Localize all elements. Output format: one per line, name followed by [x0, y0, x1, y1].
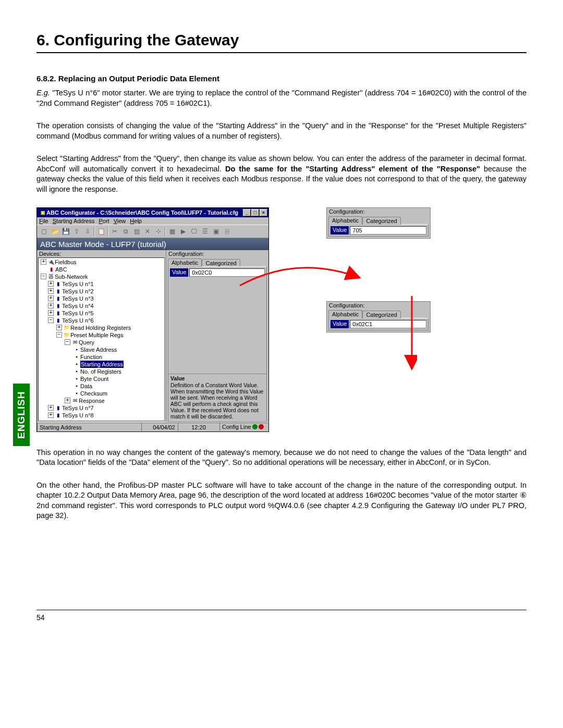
- paragraph-example: E.g. "TeSys U n°6" motor starter. We are…: [36, 88, 527, 108]
- paragraph-2: The operation consists of changing the v…: [36, 121, 527, 141]
- status-time: 12:20: [178, 423, 219, 431]
- tree-tesys-5[interactable]: +▮TeSys U n°5: [40, 310, 164, 317]
- tree-tesys-8[interactable]: +▮TeSys U n°8: [40, 412, 164, 419]
- tree-function[interactable]: ▪Function: [40, 353, 164, 361]
- close-button[interactable]: ×: [260, 209, 267, 216]
- device-tree[interactable]: +🔌Fieldbus ▮ABC −器Sub-Network +▮TeSys U …: [38, 257, 165, 421]
- tree-tesys-3[interactable]: +▮TeSys U n°3: [40, 295, 164, 302]
- status-config-line: Config Line: [219, 423, 268, 431]
- status-left: Starting Address: [37, 423, 141, 431]
- tree-slave-address[interactable]: ▪Slave Address: [40, 346, 164, 353]
- menu-help[interactable]: Help: [130, 218, 142, 224]
- tree-abc[interactable]: ▮ABC: [40, 266, 164, 273]
- tree-tesys-6[interactable]: −▮TeSys U n°6: [40, 317, 164, 324]
- cut-icon[interactable]: ✂: [109, 226, 120, 237]
- tree-tesys-2[interactable]: +▮TeSys U n°2: [40, 288, 164, 295]
- description-box: Value Definition of a Constant Word Valu…: [168, 374, 266, 422]
- tree-starting-address[interactable]: ▪Starting Address: [40, 361, 164, 368]
- paste-icon[interactable]: 📋: [96, 226, 106, 237]
- monitor-icon[interactable]: 🖵: [189, 226, 199, 237]
- tree-tesys-7[interactable]: +▮TeSys U n°7: [40, 404, 164, 412]
- p3b: Do the same for the "Starting Address" e…: [225, 165, 480, 173]
- tree-preset-multiple[interactable]: −📁Preset Multiple Regs: [40, 331, 164, 339]
- download-icon[interactable]: ⇩: [82, 226, 93, 237]
- delete-icon[interactable]: ✕: [142, 226, 153, 237]
- status-date: 04/04/02: [141, 423, 178, 431]
- panels: Devices: +🔌Fieldbus ▮ABC −器Sub-Network +…: [37, 250, 268, 422]
- play-icon[interactable]: ▶: [178, 226, 188, 237]
- tree-checksum[interactable]: ▪Checksum: [40, 390, 164, 397]
- paste2-icon[interactable]: ▤: [131, 226, 142, 237]
- screenshot-row: ▣ ABC Configurator - C:\Schneider\ABC Co…: [36, 207, 527, 432]
- window-icon[interactable]: ▣: [211, 226, 221, 237]
- paragraph-3: Select "Starting Address" from the "Quer…: [36, 154, 527, 194]
- mini-config-label-2: Configuration:: [327, 302, 430, 309]
- mini-tab-alphabetic-2[interactable]: Alphabetic: [328, 310, 362, 318]
- toolbar-separator: [107, 226, 108, 237]
- mini-tab-categorized-2[interactable]: Categorized: [362, 311, 400, 318]
- mini-value-label-2: Value: [331, 320, 349, 328]
- status-dot-red-icon: [259, 424, 264, 429]
- open-icon[interactable]: 📂: [50, 226, 60, 237]
- toolbar-separator: [165, 226, 166, 237]
- eg-label: E.g.: [36, 89, 50, 97]
- save-icon[interactable]: 💾: [60, 226, 71, 237]
- mini-value-label: Value: [331, 226, 349, 235]
- status-dot-green-icon: [252, 424, 258, 429]
- eg-text: "TeSys U n°6" motor starter. We are tryi…: [36, 89, 527, 107]
- mini-value-input[interactable]: 705: [350, 226, 426, 235]
- mini-value-input-2[interactable]: 0x02C1: [350, 320, 426, 328]
- tab-alphabetic[interactable]: Alphabetic: [168, 258, 202, 267]
- menubar: File Starting Address Port View Help: [37, 217, 268, 225]
- section-title: 6.8.2. Replacing an Output Periodic Data…: [36, 74, 527, 83]
- mini-panel-bottom: Configuration: Alphabetic Categorized Va…: [326, 301, 431, 332]
- tree-query[interactable]: −✉Query: [40, 339, 164, 346]
- page-footer: 54: [36, 610, 527, 622]
- desc-body: Definition of a Constant Word Value. Whe…: [170, 382, 264, 419]
- menu-port[interactable]: Port: [99, 218, 109, 224]
- titlebar: ▣ ABC Configurator - C:\Schneider\ABC Co…: [37, 208, 268, 217]
- mini-tab-categorized[interactable]: Categorized: [362, 217, 400, 225]
- mini-config-label: Configuration:: [327, 208, 430, 215]
- toolbar: ▢ 📂 💾 ⇧ ⇩ 📋 ✂ ⧉ ▤ ✕ ⊹ ▦ ▶ 🖵 ☰ ▣ ⌸: [37, 225, 268, 238]
- tree-subnetwork[interactable]: −器Sub-Network: [40, 273, 164, 280]
- value-label: Value: [170, 268, 188, 277]
- chapter-title: 6. Configuring the Gateway: [36, 31, 527, 53]
- tree-tesys-1[interactable]: +▮TeSys U n°1: [40, 280, 164, 288]
- tree-read-holding[interactable]: +📁Read Holding Registers: [40, 324, 164, 331]
- config-panel: Configuration: Alphabetic Categorized Va…: [166, 250, 268, 422]
- devices-panel: Devices: +🔌Fieldbus ▮ABC −器Sub-Network +…: [37, 250, 166, 422]
- tab-categorized[interactable]: Categorized: [202, 259, 240, 267]
- page-number: 54: [36, 613, 45, 622]
- property-area: Value 0x02C0 Value Definition of a Const…: [168, 266, 267, 422]
- mini-panel-top: Configuration: Alphabetic Categorized Va…: [326, 207, 431, 239]
- props-icon[interactable]: ▦: [167, 226, 177, 237]
- mini-tab-alphabetic[interactable]: Alphabetic: [328, 216, 362, 225]
- disk-icon[interactable]: ⌸: [222, 226, 232, 237]
- tree-icon[interactable]: ⊹: [153, 226, 164, 237]
- tree-no-registers[interactable]: ▪No. of Registers: [40, 368, 164, 375]
- menu-view[interactable]: View: [114, 218, 126, 224]
- tree-data[interactable]: ▪Data: [40, 382, 164, 390]
- tree-tesys-4[interactable]: +▮TeSys U n°4: [40, 302, 164, 310]
- menu-file[interactable]: File: [39, 218, 48, 224]
- side-config-panels: Configuration: Alphabetic Categorized Va…: [326, 207, 431, 332]
- minimize-button[interactable]: _: [243, 209, 251, 216]
- paragraph-4: This operation in no way changes the con…: [36, 448, 527, 468]
- window-title: ABC Configurator - C:\Schneider\ABC Conf…: [46, 209, 242, 216]
- app-window: ▣ ABC Configurator - C:\Schneider\ABC Co…: [36, 207, 269, 432]
- tree-fieldbus[interactable]: +🔌Fieldbus: [40, 258, 164, 266]
- tree-response[interactable]: +✉Response: [40, 397, 164, 404]
- menu-starting-address[interactable]: Starting Address: [53, 218, 95, 224]
- list-icon[interactable]: ☰: [200, 226, 210, 237]
- new-icon[interactable]: ▢: [39, 226, 49, 237]
- mode-bar: ABC Master Mode - LUFP7 (tutorial): [37, 238, 268, 250]
- maximize-button[interactable]: □: [251, 209, 259, 216]
- config-label: Configuration:: [166, 250, 268, 257]
- upload-icon[interactable]: ⇧: [71, 226, 82, 237]
- copy-icon[interactable]: ⧉: [120, 226, 131, 237]
- config-tabs: Alphabetic Categorized: [166, 257, 268, 266]
- value-input[interactable]: 0x02C0: [189, 268, 265, 277]
- tree-byte-count[interactable]: ▪Byte Count: [40, 375, 164, 382]
- english-tab: ENGLISH: [13, 384, 30, 446]
